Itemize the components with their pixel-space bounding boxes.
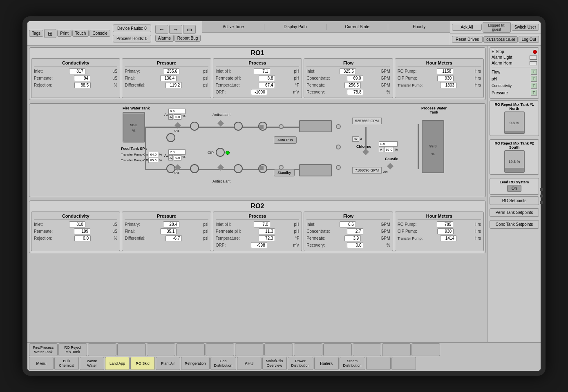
auto-run-button[interactable]: Auto Run (274, 136, 297, 144)
ro1-flow-conc-value[interactable]: 69.0 (347, 75, 363, 81)
process-holds-button[interactable]: Process Holds: 0 (113, 35, 151, 42)
report-bug-button[interactable]: Report Bug (174, 35, 201, 42)
ro1-proc-inletph-value[interactable]: 7.1 (254, 68, 270, 74)
ro2-flow-perm-value[interactable]: 3.9 (344, 235, 361, 241)
ro2-proc-inletph-value[interactable]: 7.0 (254, 221, 270, 227)
ro2-cond-rejection-value[interactable]: 0.0 (74, 235, 91, 241)
ro2-cond-inlet-label: Inlet: (34, 222, 43, 227)
pump-2[interactable] (234, 122, 243, 131)
tab-empty-r2 (391, 357, 416, 370)
log-out-button[interactable]: Log Out (519, 36, 539, 43)
acid-bottom-value[interactable]: 7.0 (168, 149, 186, 155)
tab-maint-utils[interactable]: Maint/UtilsOverview (262, 357, 287, 370)
ro2-pres-diff-row: Differential: -6.7 psi (125, 235, 208, 241)
ro2-hm-cip-value[interactable]: 930 (437, 228, 454, 234)
console-button[interactable]: Console (89, 30, 110, 37)
tab-boilers[interactable]: Boilers (314, 357, 339, 370)
ro2-proc-permph-value[interactable]: 11.3 (259, 228, 275, 234)
forward-button[interactable]: → (169, 25, 182, 34)
ro2-section: RO2 Conductivity Inlet: 810 uS Permeate: (29, 200, 486, 253)
ro2-flow-conc-value[interactable]: 2.7 (347, 228, 363, 234)
ro2-hm-ro-pump-value[interactable]: 785 (437, 221, 453, 227)
tab-power-distribution[interactable]: PowerDistribution (288, 357, 313, 370)
ro1-pres-primary-value[interactable]: 255.6 (163, 68, 179, 74)
standby-button[interactable]: Standby (274, 169, 295, 176)
valve-chlorine[interactable] (362, 149, 369, 155)
tab-empty-1 (88, 343, 116, 356)
chlorine-a-label: A (360, 137, 362, 141)
acid-top-a-value[interactable]: 0.0 (174, 114, 181, 120)
ro2-proc-orp-label: ORP: (216, 243, 226, 247)
touch-button[interactable]: Touch (72, 30, 89, 37)
perm-tank-setpoints-button[interactable]: Perm Tank Setpoints (490, 208, 539, 217)
tags-button[interactable]: Tags (29, 30, 43, 37)
reset-drives-button[interactable]: Reset Drives (452, 36, 483, 43)
ro2-proc-temp-value[interactable]: 72.3 (259, 235, 275, 241)
tab-ro-reject-mix-tank[interactable]: RO RejectMix Tank (58, 343, 87, 356)
ro2-flow-inlet-value[interactable]: 6.6 (340, 221, 356, 227)
pump-1[interactable] (190, 122, 199, 131)
camera-button[interactable]: ▭ (183, 25, 196, 34)
tab-land-app[interactable]: Land App (105, 357, 130, 370)
ro1-flow-rec-value[interactable]: 78.8 (347, 89, 363, 95)
transfer-pump-off-value[interactable]: 65.5 (148, 158, 158, 163)
valve-acid-top-pct: 0% (174, 129, 179, 133)
ro2-pres-primary-value[interactable]: 28.4 (163, 221, 179, 227)
ro1-cond-rejection-value[interactable]: 88.5 (74, 82, 91, 88)
transfer-pump-on-value[interactable]: 64.0 (149, 152, 159, 157)
ro1-hm-cip-value[interactable]: 930 (437, 75, 454, 81)
ro1-pres-final-value[interactable]: 136.4 (160, 75, 177, 81)
tab-ro-skid[interactable]: RO Skid (130, 357, 155, 370)
print-button[interactable]: Print (57, 30, 72, 37)
ro1-proc-orp-value[interactable]: -1000 (251, 89, 267, 95)
switch-user-button[interactable]: Switch User (512, 24, 539, 31)
ro2-cond-inlet-value[interactable]: 810 (69, 221, 85, 227)
pump-bottom-2[interactable] (234, 164, 243, 173)
tab-fire-water-tank[interactable]: Fire/ProcessWater Tank (29, 343, 58, 356)
acid-top-value[interactable]: 6.9 (168, 109, 186, 114)
acid-bottom-a-value[interactable]: 0.0 (174, 155, 181, 160)
ro1-proc-permph-value[interactable]: 8.8 (259, 75, 275, 81)
ro2-proc-orp-value[interactable]: -998 (251, 242, 267, 248)
back-button[interactable]: ← (155, 25, 168, 34)
ro1-cond-inlet-value[interactable]: 817 (69, 68, 85, 74)
alarms-button[interactable]: Alarms (155, 35, 174, 42)
pump-transfer-2[interactable] (166, 164, 175, 173)
tab-steam-distribution[interactable]: SteamDistribution (340, 357, 365, 370)
tab-waste-water[interactable]: WasteWater (80, 357, 104, 370)
ro1-cond-permeate-value[interactable]: 94 (74, 75, 90, 81)
pump-cip[interactable] (216, 148, 225, 157)
ro2-pres-final-value[interactable]: 35.1 (160, 228, 177, 234)
ack-all-button[interactable]: Ack All (452, 24, 482, 31)
pump-bottom-1[interactable] (190, 164, 199, 173)
ro2-metrics: Conductivity Inlet: 810 uS Permeate: 199… (31, 212, 484, 251)
ro-setpoints-button[interactable]: RO Setpoints (490, 196, 539, 205)
ro2-flow-rec-value[interactable]: 0.0 (347, 242, 363, 248)
tab-gas-distribution[interactable]: GasDistribution (210, 357, 236, 370)
tab-refrigeration[interactable]: Refrigeration (181, 357, 210, 370)
ro2-hm-transfer-value[interactable]: 1414 (440, 235, 456, 241)
tab-bulk-chemical[interactable]: BulkChemical (54, 357, 79, 370)
conc-tank-setpoints-button[interactable]: Conc Tank Setpoints (490, 220, 539, 229)
ro2-conductivity-box: Conductivity Inlet: 810 uS Permeate: 199… (31, 212, 120, 251)
device-faults-button[interactable]: Device Faults: 0 (113, 24, 151, 32)
tab-plant-air[interactable]: Plant Air (156, 357, 180, 370)
pressure-label: Pressure (492, 91, 508, 95)
valve-caustic[interactable] (387, 163, 394, 169)
ro1-flow-inlet-value[interactable]: 325.5 (340, 68, 356, 74)
pump-transfer[interactable] (166, 133, 175, 142)
lead-ro-on-button[interactable]: On (507, 185, 521, 192)
tab-ahu[interactable]: AHU (237, 357, 262, 370)
ro1-hm-transfer-value[interactable]: 1803 (440, 82, 456, 88)
ro1-flow-perm-row: Permeate: 256.5 GPM (306, 82, 390, 88)
ro1-proc-temp-value[interactable]: 67.4 (259, 82, 275, 88)
ro1-hm-ro-pump-value[interactable]: 1158 (437, 68, 453, 74)
ro2-pres-diff-value[interactable]: -6.7 (165, 235, 182, 241)
ro1-flow-box: Flow Inlet: 325.5 GPM Concentrate: 69.0 … (304, 58, 393, 98)
ro2-cond-permeate-value[interactable]: 199 (74, 228, 90, 234)
tab-menu[interactable]: Menu (29, 357, 54, 370)
grid-icon-button[interactable]: ⊞ (44, 29, 56, 38)
ro1-flow-perm-value[interactable]: 256.5 (344, 82, 361, 88)
valve-antiscalant-top[interactable] (217, 120, 224, 127)
ro1-pres-diff-value[interactable]: 119.2 (165, 82, 182, 88)
